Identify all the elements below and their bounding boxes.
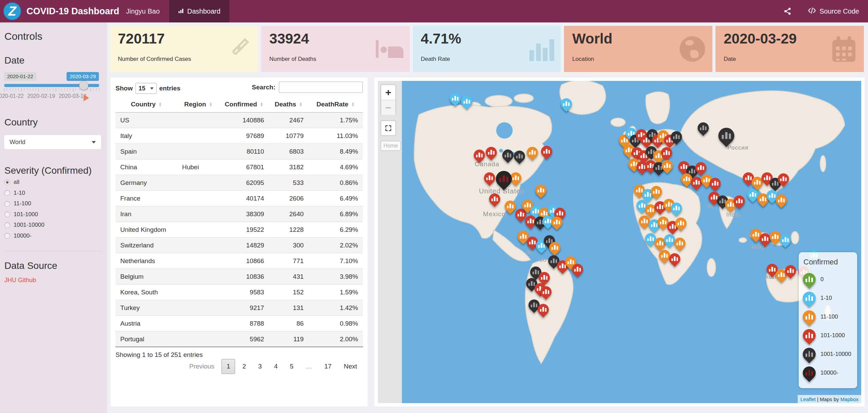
map-marker[interactable]	[551, 217, 562, 228]
column-header-confirmed[interactable]: Confirmed▲▼	[219, 97, 269, 113]
table-row[interactable]: Germany620955330.86%	[116, 175, 363, 191]
severity-radio-1-10[interactable]: 1-10	[4, 189, 103, 197]
map-marker[interactable]	[496, 171, 512, 187]
pagination-page-1[interactable]: 1	[222, 359, 235, 374]
pagination-page-3[interactable]: 3	[253, 359, 267, 374]
map-marker[interactable]	[710, 178, 721, 189]
pagination-previous[interactable]: Previous	[184, 359, 219, 374]
leaflet-map[interactable]: CanadaUnited StatesMexicoРоссияPKIndiaIn…	[378, 81, 861, 403]
table-row[interactable]: Belgium108364313.98%	[116, 269, 363, 285]
map-marker[interactable]	[671, 131, 682, 142]
map-marker[interactable]	[514, 151, 525, 162]
map-marker[interactable]	[669, 253, 680, 264]
map-marker[interactable]	[541, 286, 552, 297]
map-marker[interactable]	[662, 160, 673, 171]
map-marker[interactable]	[461, 96, 472, 107]
map-marker[interactable]	[675, 218, 687, 229]
map-marker[interactable]	[780, 234, 791, 245]
column-header-region[interactable]: Region▲▼	[177, 97, 219, 113]
map-marker[interactable]	[527, 147, 538, 158]
map-marker[interactable]	[661, 147, 672, 158]
map-marker[interactable]	[695, 162, 706, 173]
table-row[interactable]: Netherlands108667717.10%	[116, 253, 363, 269]
app-logo[interactable]: Z	[3, 2, 21, 20]
tab-dashboard[interactable]: Dashboard	[169, 0, 229, 22]
table-row[interactable]: Austria8788860.98%	[116, 316, 363, 331]
severity-radio-11-100[interactable]: 11-100	[4, 200, 103, 208]
map-marker[interactable]	[535, 185, 546, 196]
map-marker[interactable]	[697, 122, 709, 134]
map-marker[interactable]	[561, 98, 572, 109]
zoom-out-button[interactable]: −	[381, 100, 395, 115]
map-marker[interactable]	[674, 238, 686, 249]
country-select[interactable]: World	[4, 135, 101, 149]
jhu-github-link[interactable]: JHU Github	[4, 277, 36, 284]
bar-chart-glyph-icon	[659, 250, 670, 261]
sort-arrows-icon: ▲▼	[351, 102, 355, 107]
map-marker[interactable]	[769, 231, 781, 242]
map-marker[interactable]	[449, 93, 461, 104]
table-row[interactable]: France4017426066.49%	[116, 191, 363, 206]
map-marker[interactable]	[549, 242, 560, 253]
home-button[interactable]: Home	[380, 141, 401, 151]
map-marker[interactable]	[502, 150, 513, 161]
leaflet-link[interactable]: Leaflet	[800, 396, 816, 402]
table-row[interactable]: Spain8011068038.49%	[116, 144, 363, 159]
map-marker[interactable]	[651, 186, 662, 197]
table-row[interactable]: Portugal59621192.00%	[116, 331, 363, 347]
column-header-deathrate[interactable]: DeathRate▲▼	[308, 97, 363, 113]
table-row[interactable]: United Kingdom1952212286.29%	[116, 222, 363, 238]
table-row[interactable]: ChinaHubei6780131824.69%	[116, 159, 363, 175]
marker-pin-icon	[483, 144, 499, 160]
map-marker[interactable]	[572, 264, 583, 275]
map-marker[interactable]	[664, 234, 675, 245]
map-marker[interactable]	[538, 272, 550, 283]
map-marker[interactable]	[659, 250, 670, 261]
map-marker[interactable]	[484, 172, 495, 184]
map-marker[interactable]	[759, 233, 770, 244]
map-marker[interactable]	[537, 304, 549, 315]
table-row[interactable]: Korea, South95831521.59%	[116, 285, 363, 300]
map-marker[interactable]	[671, 203, 682, 214]
map-marker[interactable]	[489, 193, 500, 205]
table-row[interactable]: Italy976891077911.03%	[116, 128, 363, 144]
bar-chart-glyph-icon	[675, 218, 687, 229]
column-header-deaths[interactable]: Deaths▲▼	[269, 97, 308, 113]
severity-radio-all[interactable]: all	[4, 178, 103, 186]
pagination-page-2[interactable]: 2	[237, 359, 251, 374]
map-marker[interactable]	[785, 265, 796, 276]
share-icon[interactable]	[783, 7, 792, 15]
map-marker[interactable]	[747, 189, 759, 200]
map-marker[interactable]	[474, 150, 485, 161]
pagination-page-5[interactable]: 5	[285, 359, 299, 374]
table-cell: Iran	[116, 206, 177, 222]
map-marker[interactable]	[778, 173, 789, 185]
map-marker[interactable]	[718, 128, 734, 144]
pagination-page-17[interactable]: 17	[319, 359, 337, 374]
map-marker[interactable]	[504, 201, 516, 212]
pagination-next[interactable]: Next	[339, 359, 362, 374]
mapbox-link[interactable]: Mapbox	[840, 396, 858, 402]
page-length-select[interactable]: 15	[136, 83, 157, 94]
map-marker[interactable]	[691, 177, 702, 188]
severity-radio-101-1000[interactable]: 101-1000	[4, 210, 103, 219]
severity-radio-1001-10000[interactable]: 1001-10000	[4, 221, 103, 229]
pagination-page-4[interactable]: 4	[269, 359, 283, 374]
legend-item: 10000-	[803, 363, 853, 382]
fullscreen-button[interactable]	[380, 120, 396, 136]
map-marker[interactable]	[734, 195, 745, 207]
date-slider-handle[interactable]	[79, 81, 88, 90]
column-header-country[interactable]: Country▲▼	[116, 97, 177, 113]
table-row[interactable]: Iran3830926406.89%	[116, 206, 363, 222]
play-icon[interactable]	[84, 94, 89, 101]
map-marker[interactable]	[486, 147, 497, 158]
table-row[interactable]: Switzerland148293002.02%	[116, 238, 363, 253]
zoom-in-button[interactable]: +	[381, 85, 395, 100]
map-marker[interactable]	[541, 146, 552, 157]
table-row[interactable]: Turkey92171311.42%	[116, 300, 363, 316]
search-input[interactable]	[279, 82, 363, 93]
map-marker[interactable]	[776, 194, 787, 206]
source-code-link[interactable]: Source Code	[808, 7, 859, 16]
table-row[interactable]: US14088624671.75%	[116, 113, 363, 128]
severity-radio-10000-[interactable]: 10000-	[4, 232, 103, 240]
